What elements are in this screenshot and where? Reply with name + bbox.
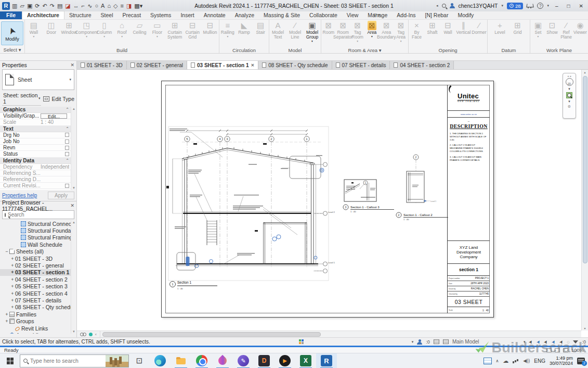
notification-center-icon[interactable]: 2 xyxy=(577,358,585,364)
ribbon-button[interactable]: × By Face xyxy=(409,20,425,47)
taskbar-search-box[interactable] xyxy=(20,354,129,367)
ribbon-button[interactable]: ⊡ Show xyxy=(545,20,559,47)
circulation-panel-label[interactable]: Circulation xyxy=(219,47,269,54)
select-underlay-toggle-icon[interactable]: ➤ xyxy=(535,339,541,345)
help-caret-icon[interactable]: ▾ xyxy=(547,4,549,8)
file-tabs-icon[interactable]: ▥ xyxy=(12,2,17,9)
tree-item[interactable]: Structural Connection Sche... xyxy=(0,220,71,227)
tree-item[interactable]: + 08 SHEET - Qty schedule xyxy=(0,304,71,311)
ribbon-button[interactable]: ▯ Column ▾ xyxy=(96,20,113,47)
expand-icon[interactable]: + xyxy=(10,304,15,310)
detail-circle-icon[interactable]: ○ xyxy=(95,2,98,9)
tree-item[interactable]: + 03 SHEET - section 1 xyxy=(0,269,71,276)
taskbar-app-button[interactable] xyxy=(191,353,212,368)
expand-icon[interactable]: + xyxy=(10,291,15,296)
tree-item[interactable]: − Sheets (all) xyxy=(0,248,71,255)
modify-panel-dropdown-icon[interactable]: ⊡ ▾ xyxy=(373,12,380,18)
property-row[interactable]: Status xyxy=(0,151,71,157)
vertical-scroll-thumb[interactable] xyxy=(583,76,587,263)
browser-scrollbar[interactable]: ▲▼ xyxy=(71,220,76,334)
search-highlight-image[interactable] xyxy=(106,355,128,367)
open-icon[interactable]: ▱ xyxy=(20,2,24,9)
worksets-dialog-icon[interactable] xyxy=(434,339,439,344)
taskbar-app-button[interactable] xyxy=(171,353,191,368)
instance-selector[interactable]: Sheet: section 1 ▾ xyxy=(2,92,41,106)
tree-item[interactable]: + 05 SHEET - section 3 xyxy=(0,283,71,290)
ribbon-button[interactable]: + Level xyxy=(491,20,509,47)
property-row[interactable]: Text xyxy=(0,126,71,132)
onedrive-cloud-icon[interactable]: ☁ xyxy=(503,358,508,364)
view-tab[interactable]: 01 SHEET - 3D xyxy=(77,61,127,69)
drag-on-selection-toggle-icon[interactable]: ➤ xyxy=(558,339,564,345)
taskbar-app-button[interactable]: ✎ xyxy=(233,353,254,368)
save-icon[interactable]: ▣ xyxy=(27,2,32,9)
expand-icon[interactable]: + xyxy=(10,277,15,282)
wheel-caret-icon[interactable]: ▾ xyxy=(568,87,570,91)
ribbon-tab[interactable]: Insert xyxy=(176,11,199,19)
taskbar-app-button[interactable]: D xyxy=(254,353,275,368)
collapse-chevron-icon[interactable]: ‹ xyxy=(95,332,97,337)
title-block[interactable]: Unitec NEW ZEALAND www.unitec.ac.nz – DE… xyxy=(447,85,490,313)
view-tab[interactable]: 07 SHEET - details xyxy=(332,61,390,69)
aligned-dimension-icon[interactable]: ⌐ xyxy=(82,2,85,9)
properties-close-icon[interactable]: ✕ xyxy=(70,62,74,68)
view-tab[interactable]: 02 SHEET - general xyxy=(127,61,187,69)
ribbon-tab[interactable]: File xyxy=(0,11,22,19)
ribbon-tab[interactable]: Modify xyxy=(453,11,478,19)
collapse-arrow-icon[interactable]: ◂ xyxy=(436,4,438,8)
workset-list-icon[interactable] xyxy=(443,339,449,344)
close-button[interactable]: ✕ xyxy=(577,3,586,9)
ribbon-button[interactable]: ◫ Door xyxy=(43,20,60,47)
ribbon-button[interactable]: ⊠ Tag Area ▾ xyxy=(394,20,408,47)
ribbon-button[interactable]: ⊞ Shaft xyxy=(425,20,440,47)
ribbon-button[interactable]: ⊠ Area Boundary xyxy=(379,20,394,47)
spline-icon[interactable]: ∿ xyxy=(87,2,92,9)
page-break-view-icon[interactable] xyxy=(563,348,568,352)
view-tab[interactable]: 04 SHEET - section 2 xyxy=(390,61,454,69)
opening-panel-label[interactable]: Opening xyxy=(409,47,487,54)
ribbon-tab[interactable]: Structure xyxy=(64,11,96,19)
tree-item[interactable]: Structural Framing Schedul... xyxy=(0,234,71,241)
user-menu-caret-icon[interactable]: ▾ xyxy=(501,4,503,8)
excel-zoom-level[interactable]: 100% xyxy=(571,347,584,353)
tree-item[interactable]: Structural Foundation Sche... xyxy=(0,227,71,234)
user-avatar-icon[interactable] xyxy=(450,3,455,8)
modify-tool-button[interactable]: ➤ Modify xyxy=(1,21,23,45)
tree-item[interactable]: + Groups xyxy=(0,318,71,324)
taskbar-app-button[interactable]: ⊡ xyxy=(129,353,150,368)
select-pinned-toggle-icon[interactable]: ➤ xyxy=(543,339,549,345)
ribbon-button[interactable]: ▣ Model Group ▾ xyxy=(304,20,321,47)
select-panel-label[interactable]: Select ▾ xyxy=(0,46,24,53)
property-row[interactable]: Graphics xyxy=(0,107,71,113)
ribbon-tab[interactable]: Collaborate xyxy=(305,11,342,19)
model-panel-label[interactable]: Model xyxy=(269,47,321,54)
properties-scrollbar[interactable]: ▲▼ xyxy=(71,107,76,190)
ribbon-button[interactable]: ⊞ Grid xyxy=(509,20,527,47)
tree-item[interactable]: + 06 SHEET - section 4 xyxy=(0,290,71,297)
property-row[interactable]: Referencing S... xyxy=(0,170,71,176)
ribbon-button[interactable]: ▱ Ceiling xyxy=(131,20,149,47)
taskbar-app-button[interactable] xyxy=(150,353,171,368)
ribbon-button[interactable]: ⊟ Mullion xyxy=(201,20,219,47)
ribbon-tab[interactable]: Analyze xyxy=(230,11,259,19)
sync-icon[interactable]: ⟳ xyxy=(35,2,40,9)
horizontal-scroll-thumb[interactable] xyxy=(102,332,321,337)
trial-timer-badge[interactable]: 28 xyxy=(507,3,524,9)
ribbon-button[interactable]: ⊞ Curtain System xyxy=(166,20,184,47)
close-inactive-icon[interactable]: ◨ xyxy=(126,2,132,9)
tree-item[interactable]: + 01 SHEET - 3D xyxy=(0,255,71,262)
datum-panel-label[interactable]: Datum xyxy=(488,47,530,54)
ribbon-button[interactable]: ⊟ Wall xyxy=(440,20,456,47)
filter-icon[interactable] xyxy=(573,340,578,344)
page-layout-view-icon[interactable] xyxy=(555,348,560,352)
thin-lines-icon[interactable]: ≡ xyxy=(121,2,124,9)
help-icon[interactable]: ? xyxy=(537,3,543,9)
ribbon-tab[interactable]: [N] Rebar xyxy=(421,11,453,19)
ribbon-button[interactable]: ⌂ Roof ▾ xyxy=(113,20,131,47)
ribbon-button[interactable]: ▤ Wall ▾ xyxy=(25,20,43,47)
taskbar-app-button[interactable]: R xyxy=(316,353,337,368)
workset-select-caret-icon[interactable]: ▾ xyxy=(524,340,526,344)
ribbon-tab[interactable]: Annotate xyxy=(199,11,230,19)
project-browser-close-icon[interactable]: ✕ xyxy=(70,203,74,208)
ribbon-tab[interactable]: Systems xyxy=(146,11,176,19)
